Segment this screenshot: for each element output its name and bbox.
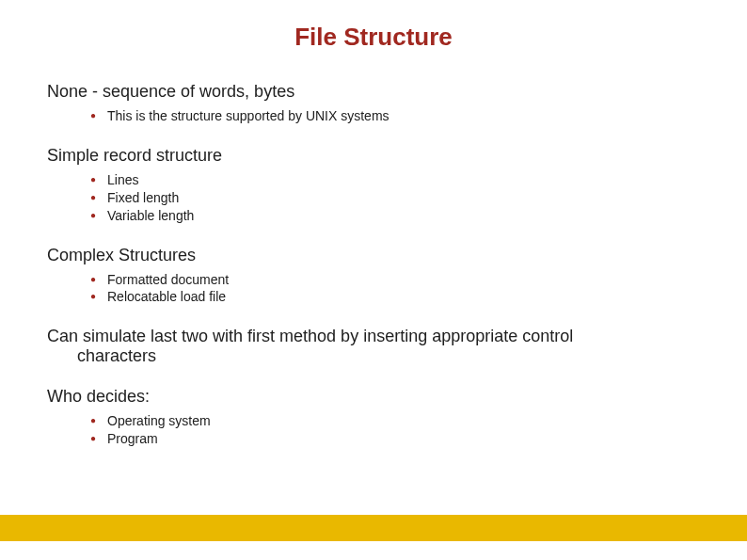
- section-heading: None - sequence of words, bytes: [47, 82, 700, 102]
- body-paragraph: Can simulate last two with first method …: [47, 327, 700, 366]
- section-complex-structures: Complex Structures Formatted document Re…: [47, 246, 700, 307]
- list-item: Fixed length: [94, 189, 700, 207]
- list-item: Lines: [94, 171, 700, 189]
- bullet-list: Formatted document Relocatable load file: [47, 271, 700, 307]
- footer-bar: [0, 515, 747, 541]
- list-item: Operating system: [94, 412, 700, 430]
- slide: File Structure None - sequence of words,…: [0, 0, 747, 560]
- bullet-list: Lines Fixed length Variable length: [47, 171, 700, 225]
- slide-title: File Structure: [47, 23, 700, 52]
- section-heading: Complex Structures: [47, 246, 700, 265]
- section-simple-record: Simple record structure Lines Fixed leng…: [47, 146, 700, 225]
- list-item: This is the structure supported by UNIX …: [94, 107, 700, 125]
- list-item: Variable length: [94, 207, 700, 225]
- section-none: None - sequence of words, bytes This is …: [47, 82, 700, 125]
- section-heading: Who decides:: [47, 387, 700, 407]
- section-who-decides: Who decides: Operating system Program: [47, 387, 700, 448]
- section-heading: Simple record structure: [47, 146, 700, 166]
- body-line: Can simulate last two with first method …: [47, 327, 573, 345]
- list-item: Formatted document: [94, 271, 700, 289]
- list-item: Program: [94, 430, 700, 448]
- body-line: characters: [47, 346, 700, 366]
- bullet-list: Operating system Program: [47, 412, 700, 448]
- list-item: Relocatable load file: [94, 288, 700, 306]
- bullet-list: This is the structure supported by UNIX …: [47, 107, 700, 125]
